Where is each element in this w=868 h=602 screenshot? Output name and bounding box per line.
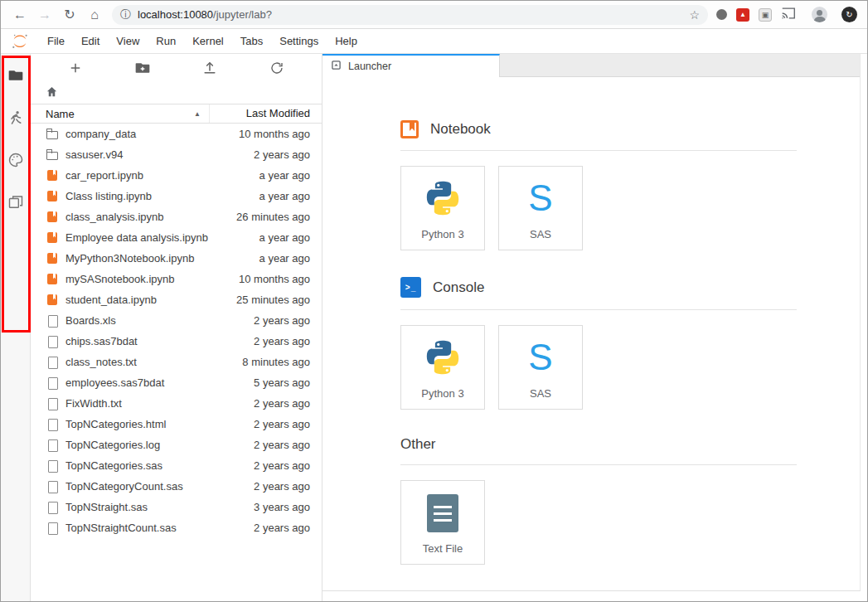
activity-sidebar <box>1 54 31 601</box>
file-name: employees.sas7bdat <box>65 376 209 389</box>
file-row[interactable]: FixWidth.txt 2 years ago <box>31 393 322 414</box>
file-name: Employee data analysis.ipynb <box>65 231 209 244</box>
commands-palette-icon[interactable] <box>7 152 24 168</box>
upload-button[interactable] <box>198 57 221 79</box>
file-type-icon <box>46 169 59 182</box>
cast-icon[interactable] <box>781 7 796 23</box>
name-column-header[interactable]: Name ▲ <box>31 104 209 123</box>
menu-item[interactable]: Run <box>148 29 184 54</box>
file-row[interactable]: chips.sas7bdat 2 years ago <box>31 331 322 352</box>
file-browser-icon[interactable] <box>7 67 24 84</box>
file-modified: 2 years ago <box>209 459 322 472</box>
jupyter-menubar: FileEditViewRunKernelTabsSettingsHelp <box>1 29 867 54</box>
launcher-tab[interactable]: Launcher <box>322 54 500 77</box>
console-section-title: Console <box>433 279 484 296</box>
file-list: company_data 10 months ago sasuser.v94 2… <box>31 124 322 538</box>
file-type-icon <box>46 314 59 328</box>
bookmark-star-icon[interactable]: ☆ <box>689 8 700 22</box>
file-name: TopNCategories.sas <box>65 459 209 472</box>
extension-generic-icon[interactable]: ▣ <box>759 8 772 22</box>
file-browser-panel: Name ▲ Last Modified company_data 10 mon… <box>31 54 322 601</box>
file-modified: 25 minutes ago <box>209 294 322 306</box>
browser-window: ← → ↻ ⌂ ⓘ localhost:10080/jupyter/lab? ☆… <box>0 0 868 602</box>
menu-item[interactable]: View <box>108 29 148 54</box>
file-row[interactable]: student_data.ipynb 25 minutes ago <box>31 289 322 310</box>
file-row[interactable]: TopNCategoryCount.sas 2 years ago <box>31 476 322 497</box>
file-modified: a year ago <box>209 169 322 182</box>
launcher-card-text-file[interactable]: Text File <box>400 480 485 565</box>
file-row[interactable]: Boards.xls 2 years ago <box>31 310 322 331</box>
file-row[interactable]: class_analysis.ipynb 26 minutes ago <box>31 206 322 227</box>
file-name: TopNStraight.sas <box>65 501 209 513</box>
home-breadcrumb-icon[interactable] <box>46 85 58 101</box>
new-folder-button[interactable] <box>131 57 154 79</box>
profile-avatar[interactable] <box>812 7 827 22</box>
extension-circle-icon[interactable] <box>716 9 727 20</box>
launcher-card-python3-notebook[interactable]: Python 3 <box>400 166 485 250</box>
file-modified: 2 years ago <box>209 439 322 451</box>
python-icon <box>423 178 463 221</box>
file-modified: 2 years ago <box>209 314 322 327</box>
back-button[interactable]: ← <box>9 4 31 26</box>
launcher-card-python3-console[interactable]: Python 3 <box>400 325 485 410</box>
reload-button[interactable]: ↻ <box>59 4 80 26</box>
home-button[interactable]: ⌂ <box>84 4 105 26</box>
site-info-icon[interactable]: ⓘ <box>120 7 131 22</box>
file-row[interactable]: mySASnotebook.ipynb 10 months ago <box>31 269 322 289</box>
refresh-button[interactable] <box>265 57 289 79</box>
notebook-section-header: Notebook <box>400 120 860 138</box>
file-row[interactable]: MyPython3Notebook.ipynb a year ago <box>31 248 322 269</box>
file-name: FixWidth.txt <box>65 397 209 410</box>
other-section-title: Other <box>400 436 436 453</box>
extensions-area: ▲ ▣ ↻ <box>716 7 861 23</box>
running-sessions-icon[interactable] <box>7 109 24 126</box>
file-modified: a year ago <box>209 252 322 265</box>
forward-button[interactable]: → <box>34 4 56 26</box>
menu-item[interactable]: Tabs <box>232 29 271 54</box>
menu-item[interactable]: File <box>39 29 73 54</box>
address-bar[interactable]: ⓘ localhost:10080/jupyter/lab? ☆ <box>112 5 708 25</box>
file-row[interactable]: TopNStraight.sas 3 years ago <box>31 497 322 517</box>
file-row[interactable]: employees.sas7bdat 5 years ago <box>31 372 322 393</box>
url-text: localhost:10080/jupyter/lab? <box>138 8 272 21</box>
notebook-section-title: Notebook <box>430 121 491 138</box>
launcher-card-sas-notebook[interactable]: S SAS <box>498 166 583 250</box>
menu-item[interactable]: Kernel <box>184 29 232 54</box>
file-modified: 2 years ago <box>209 335 322 347</box>
file-type-icon <box>46 273 59 286</box>
launcher-card-sas-console[interactable]: S SAS <box>498 325 583 410</box>
menu-items: FileEditViewRunKernelTabsSettingsHelp <box>39 29 366 54</box>
sync-icon[interactable]: ↻ <box>841 7 857 22</box>
file-name: TopNStraightCount.sas <box>65 522 209 534</box>
file-modified: 2 years ago <box>209 522 322 534</box>
file-row[interactable]: TopNCategories.log 2 years ago <box>31 435 322 455</box>
open-tabs-icon[interactable] <box>7 194 24 211</box>
file-name: sasuser.v94 <box>65 148 209 161</box>
file-modified: 3 years ago <box>209 501 322 513</box>
browser-toolbar: ← → ↻ ⌂ ⓘ localhost:10080/jupyter/lab? ☆… <box>1 1 867 29</box>
menu-item[interactable]: Settings <box>271 29 327 54</box>
file-row[interactable]: sasuser.v94 2 years ago <box>31 144 322 165</box>
new-launcher-button[interactable] <box>64 57 87 79</box>
launcher-tab-label: Launcher <box>348 61 391 72</box>
menu-item[interactable]: Edit <box>73 29 108 54</box>
file-modified: 26 minutes ago <box>209 211 322 223</box>
file-row[interactable]: TopNCategories.sas 2 years ago <box>31 455 322 476</box>
file-row[interactable]: class_notes.txt 8 minutes ago <box>31 352 322 372</box>
sort-ascending-icon: ▲ <box>194 110 201 118</box>
modified-column-header[interactable]: Last Modified <box>209 104 322 123</box>
file-type-icon <box>46 231 59 245</box>
adobe-acrobat-icon[interactable]: ▲ <box>736 8 749 22</box>
file-name: car_report.ipynb <box>65 169 209 182</box>
file-row[interactable]: car_report.ipynb a year ago <box>31 165 322 186</box>
file-type-icon <box>46 480 59 493</box>
file-row[interactable]: Class listing.ipynb a year ago <box>31 186 322 206</box>
file-row[interactable]: Employee data analysis.ipynb a year ago <box>31 227 322 248</box>
file-name: Class listing.ipynb <box>65 190 209 202</box>
menu-item[interactable]: Help <box>327 29 366 54</box>
file-type-icon <box>46 439 59 452</box>
file-row[interactable]: company_data 10 months ago <box>31 124 322 144</box>
file-row[interactable]: TopNCategories.html 2 years ago <box>31 414 322 435</box>
file-row[interactable]: TopNStraightCount.sas 2 years ago <box>31 517 322 538</box>
notebook-cards: Python 3 S SAS <box>400 166 860 250</box>
